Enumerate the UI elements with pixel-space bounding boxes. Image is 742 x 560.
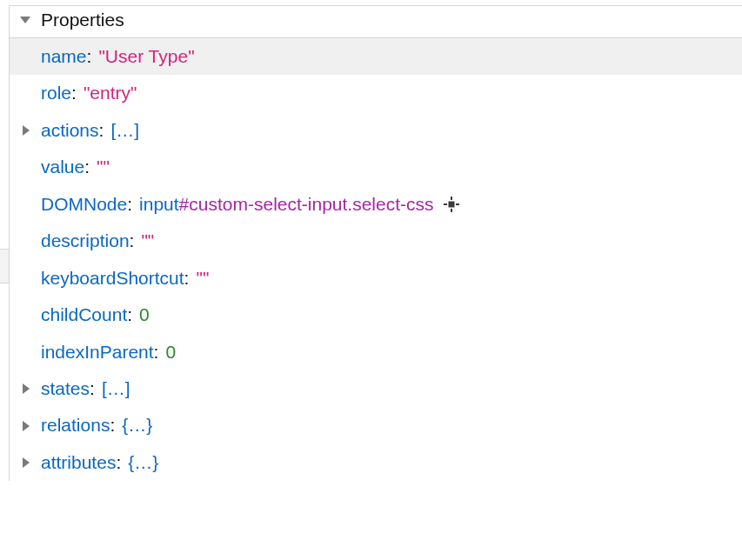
prop-value: "entry" bbox=[84, 80, 137, 106]
prop-key: indexInParent bbox=[41, 339, 154, 365]
properties-list: name: "User Type" role: "entry" actions:… bbox=[10, 38, 742, 481]
properties-panel: Properties name: "User Type" role: "entr… bbox=[9, 5, 742, 481]
prop-key: childCount bbox=[41, 302, 127, 328]
properties-header[interactable]: Properties bbox=[10, 6, 742, 38]
chevron-right-icon[interactable] bbox=[23, 421, 30, 431]
prop-key: actions bbox=[41, 117, 99, 143]
prop-row-description[interactable]: description: "" bbox=[10, 223, 742, 259]
prop-key: relations bbox=[41, 412, 110, 438]
prop-preview[interactable]: {…} bbox=[122, 412, 152, 438]
prop-row-role[interactable]: role: "entry" bbox=[10, 75, 742, 111]
prop-key: value bbox=[41, 154, 84, 180]
prop-key: keyboardShortcut bbox=[41, 265, 184, 291]
prop-key: name bbox=[41, 43, 87, 70]
prop-key: description bbox=[41, 228, 130, 254]
svg-rect-0 bbox=[449, 202, 454, 207]
prop-value: 0 bbox=[139, 302, 150, 328]
domnode-class: .select-css bbox=[347, 194, 433, 214]
prop-key: attributes bbox=[41, 450, 116, 476]
prop-value: 0 bbox=[165, 339, 176, 365]
sidebar-edge bbox=[0, 249, 9, 283]
domnode-id: #custom-select-input bbox=[179, 194, 348, 214]
prop-preview[interactable]: {…} bbox=[128, 450, 158, 476]
prop-row-actions[interactable]: actions: […] bbox=[10, 112, 742, 149]
prop-row-indexinparent[interactable]: indexInParent: 0 bbox=[10, 334, 742, 370]
prop-key: role bbox=[41, 80, 71, 106]
prop-row-name[interactable]: name: "User Type" bbox=[10, 38, 742, 75]
prop-preview[interactable]: […] bbox=[110, 117, 139, 143]
prop-preview[interactable]: […] bbox=[102, 376, 130, 402]
section-title: Properties bbox=[41, 10, 124, 30]
prop-row-value[interactable]: value: "" bbox=[10, 149, 742, 185]
chevron-right-icon[interactable] bbox=[23, 125, 30, 136]
prop-key: DOMNode bbox=[41, 191, 127, 217]
chevron-right-icon[interactable] bbox=[23, 383, 30, 394]
prop-value: "User Type" bbox=[98, 43, 194, 70]
prop-key: states bbox=[41, 376, 90, 402]
prop-row-attributes[interactable]: attributes: {…} bbox=[10, 444, 742, 481]
prop-value: "" bbox=[196, 265, 209, 291]
prop-row-states[interactable]: states: […] bbox=[10, 370, 742, 407]
chevron-down-icon bbox=[20, 17, 30, 23]
prop-value: "" bbox=[141, 228, 154, 254]
prop-row-keyboardshortcut[interactable]: keyboardShortcut: "" bbox=[10, 260, 742, 297]
domnode-tag: input bbox=[139, 194, 179, 214]
prop-row-domnode[interactable]: DOMNode: input#custom-select-input.selec… bbox=[10, 186, 742, 223]
domnode-value[interactable]: input#custom-select-input.select-css bbox=[139, 191, 433, 217]
inspect-node-icon[interactable] bbox=[443, 196, 460, 213]
chevron-right-icon[interactable] bbox=[23, 457, 30, 468]
prop-row-relations[interactable]: relations: {…} bbox=[10, 407, 742, 443]
prop-row-childcount[interactable]: childCount: 0 bbox=[10, 297, 742, 333]
prop-value: "" bbox=[97, 154, 110, 180]
